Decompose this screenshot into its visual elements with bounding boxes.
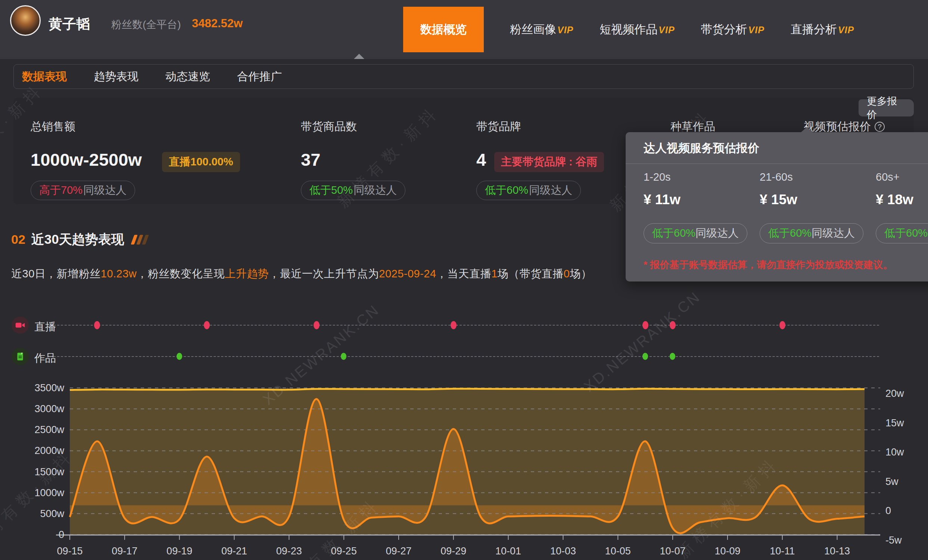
quote-price: ¥ 15w [760,192,797,208]
svg-text:0: 0 [59,529,64,540]
svg-text:2000w: 2000w [34,445,64,456]
quote-duration: 60s+ [876,171,900,183]
main-nav: 数据概览 粉丝画像VIP 短视频作品VIP 带货分析VIP 直播分析VIP [403,0,854,59]
popup-divider [626,163,928,164]
help-icon[interactable] [875,122,885,132]
svg-text:09-27: 09-27 [386,545,411,557]
svg-text:09-29: 09-29 [441,545,466,557]
quote-duration: 1-20s [644,171,671,183]
svg-text:5w: 5w [885,476,899,487]
section-trend-heading: 02 近30天趋势表现 [11,231,147,248]
works-row-label: 作品 [34,351,56,366]
live-dot [314,321,319,329]
svg-text:10-09: 10-09 [714,545,740,557]
more-quotes-button[interactable]: 更多报价 [859,99,914,116]
svg-text:1500w: 1500w [34,466,64,478]
vip-badge: VIP [748,24,765,35]
vip-badge: VIP [838,24,854,35]
tab-data-overview-label: 数据概览 [420,21,467,37]
tab-data-overview[interactable]: 数据概览 [403,7,484,52]
video-quote-popup: 达人视频服务预估报价 1-20s ¥ 11w 低于60%同级达人 21-60s … [626,132,928,281]
popup-caret-icon [801,127,813,132]
stat-value: 1000w-2500w [31,150,142,170]
panel-caret-icon [354,54,364,59]
stat-label: 带货品牌 [476,119,521,134]
subtab-data-performance[interactable]: 数据表现 [22,69,67,84]
quote-price: ¥ 18w [876,192,913,208]
quote-disclaimer: * 报价基于账号数据估算，请勿直接作为投放或投资建议。 [644,258,893,272]
trend-summary-text: 近30日，新增粉丝10.23w，粉丝数变化呈现上升趋势，最近一次上升节点为202… [11,267,592,281]
svg-text:09-17: 09-17 [111,545,137,557]
works-dot [670,353,675,360]
section-title: 近30天趋势表现 [31,231,124,248]
subtab-cooperation-promo[interactable]: 合作推广 [237,69,282,84]
live-dot [204,321,210,329]
svg-text:500w: 500w [40,508,64,519]
app: 黄子韬 粉丝数(全平台) 3482.52w 数据概览 粉丝画像VIP 短视频作品… [0,0,928,560]
vip-badge: VIP [658,24,675,35]
live-dot [643,321,649,329]
svg-text:3000w: 3000w [34,403,64,414]
stat-label: 总销售额 [31,119,75,134]
tab-commerce-analysis[interactable]: 带货分析VIP [701,21,765,37]
svg-text:10-03: 10-03 [550,545,576,557]
svg-text:10-11: 10-11 [770,545,795,557]
svg-text:09-15: 09-15 [57,545,82,557]
svg-text:20w: 20w [885,388,904,399]
avatar[interactable] [10,5,41,36]
peer-compare-pill: 低于50%同级达人 [301,181,405,200]
live-timeline [53,325,879,325]
live-icon [12,317,29,334]
svg-text:10-07: 10-07 [660,545,686,557]
subtab-bar: 数据表现 趋势表现 动态速览 合作推广 [14,64,914,89]
subtab-activity-overview[interactable]: 动态速览 [165,69,210,84]
svg-text:1000w: 1000w [34,487,64,498]
quote-price: ¥ 11w [644,192,681,208]
svg-text:09-23: 09-23 [276,545,302,557]
works-dot [177,353,182,360]
works-dot [643,353,648,360]
live-share-badge: 直播100.00% [162,152,240,172]
svg-text:09-21: 09-21 [221,545,247,557]
works-dot [341,353,346,360]
stat-label: 带货商品数 [301,119,357,134]
fans-count-label: 粉丝数(全平台) [111,18,181,32]
svg-text:09-25: 09-25 [331,545,357,557]
svg-text:10w: 10w [885,447,904,458]
svg-text:10-13: 10-13 [824,545,850,557]
svg-text:0: 0 [885,505,891,516]
header-bar: 黄子韬 粉丝数(全平台) 3482.52w 数据概览 粉丝画像VIP 短视频作品… [0,0,928,59]
tab-short-videos[interactable]: 短视频作品VIP [600,21,675,37]
svg-text:10-01: 10-01 [495,545,521,557]
live-dot [780,321,785,329]
live-dot [450,321,456,329]
svg-text:-5w: -5w [885,535,902,546]
peer-compare-pill: 低于60%同级达人 [876,223,928,243]
svg-text:2500w: 2500w [34,424,64,435]
quote-duration: 21-60s [760,171,793,183]
live-dot [94,321,100,329]
peer-compare-pill: 高于70%同级达人 [31,181,135,200]
live-dot [670,321,676,329]
svg-text:15w: 15w [885,417,904,429]
section-number: 02 [11,232,25,247]
stat-value: 4 [476,150,486,170]
fans-count-value: 3482.52w [192,17,243,30]
trend-chart: 09-1509-1709-1909-2109-2309-2509-2709-29… [0,373,928,560]
creator-name: 黄子韬 [49,15,90,34]
subtab-trend-performance[interactable]: 趋势表现 [94,69,139,84]
slashes-icon [131,235,148,244]
tab-fans-profile[interactable]: 粉丝画像VIP [510,21,573,37]
popup-title: 达人视频服务预估报价 [644,140,759,156]
tab-live-analysis[interactable]: 直播分析VIP [791,21,854,37]
live-row-label: 直播 [34,320,56,334]
works-icon [12,348,29,365]
svg-text:10-05: 10-05 [605,545,631,557]
peer-compare-pill: 低于60%同级达人 [476,181,581,200]
main-brand-badge: 主要带货品牌 : 谷雨 [494,152,604,172]
peer-compare-pill: 低于60%同级达人 [644,223,747,243]
stat-value: 37 [301,150,320,170]
vip-badge: VIP [557,24,573,35]
svg-text:3500w: 3500w [34,382,64,394]
svg-text:09-19: 09-19 [166,545,192,557]
